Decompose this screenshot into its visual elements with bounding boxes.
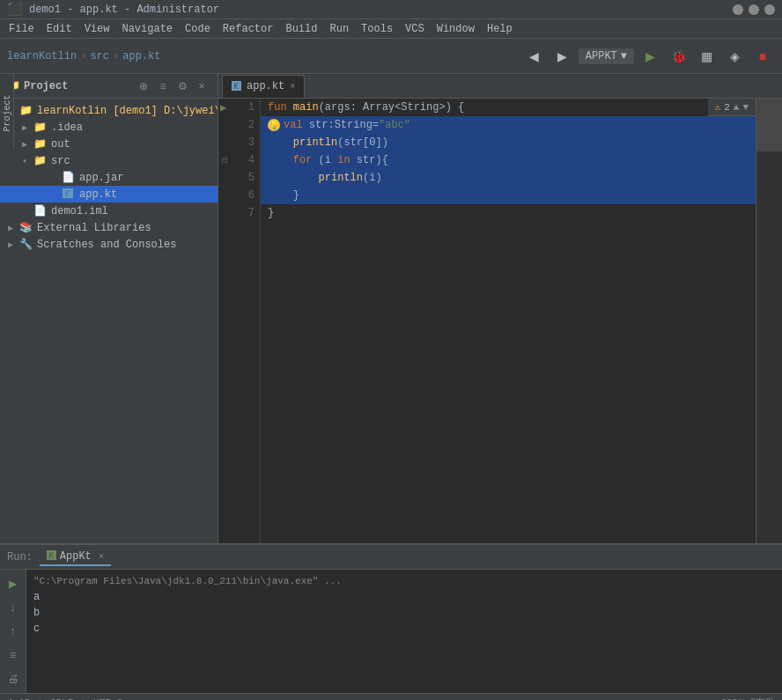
menu-help[interactable]: Help (482, 21, 518, 37)
jar-file-icon: 📄 (60, 171, 76, 184)
menu-window[interactable]: Window (432, 21, 480, 37)
maximize-btn[interactable] (749, 4, 759, 15)
warning-nav-down[interactable]: ▼ (742, 102, 749, 113)
line-num-1: 1 (248, 101, 255, 114)
src-arrow-icon: ▾ (18, 156, 32, 166)
menu-edit[interactable]: Edit (41, 21, 77, 37)
menu-refactor[interactable]: Refactor (218, 21, 279, 37)
sidebar-item-appkt[interactable]: 🅺 app.kt (0, 186, 218, 203)
title-bar-controls[interactable] (733, 4, 775, 15)
minimap-highlight (756, 99, 782, 151)
menu-run[interactable]: Run (324, 21, 354, 37)
menu-navigate[interactable]: Navigate (116, 21, 178, 37)
tab-bar: 🅺 app.kt × (218, 74, 782, 99)
code-area[interactable]: fun main(args: Array<String>) { 💡val str… (261, 99, 756, 543)
close-sidebar-button[interactable]: × (193, 77, 210, 95)
sidebar-item-src[interactable]: ▾ 📁 src (0, 152, 218, 169)
menu-code[interactable]: Code (180, 21, 216, 37)
output-line-cmd: "C:\Program Files\Java\jdk1.8.0_211\bin\… (33, 573, 775, 589)
root-label: learnKotlin [demo1] D:\jywei\learn (37, 105, 218, 117)
sync-button[interactable]: ⊕ (135, 77, 152, 95)
run-panel: Run: 🅺 AppKt × ▶ ↓ ↑ ≡ 🖨 "C:\Program Fil… (0, 543, 782, 693)
run-config-selector[interactable]: APPKT ▼ (579, 48, 634, 64)
breadcrumb-file[interactable]: app.kt (122, 50, 160, 63)
sidebar-item-external-libs[interactable]: ▶ 📚 External Libraries (0, 219, 218, 236)
code-content-3: println(str[0]) (268, 136, 388, 149)
run-tab-appkt[interactable]: 🅺 AppKt × (40, 549, 112, 566)
code-content-4: for (i in str){ (268, 154, 388, 166)
vertical-tab-project[interactable]: Project (1, 77, 13, 148)
code-line-5: println(i) (261, 169, 756, 187)
warning-indicator: ⚠ 2 ▲ ▼ (708, 99, 756, 116)
run-scroll-down-button[interactable]: ↓ (3, 597, 24, 617)
scratches-icon: 🔧 (18, 238, 33, 251)
output-line-b: b (33, 605, 775, 621)
debug-button[interactable]: 🐞 (666, 44, 690, 69)
run-scroll-up-button[interactable]: ↑ (3, 621, 24, 641)
extlibs-label: External Libraries (37, 222, 151, 234)
run-config-label: APPKT (586, 50, 617, 63)
title-bar: ⬛ demo1 - app.kt - Administrator (0, 0, 782, 19)
run-panel-label: Run: (7, 551, 33, 564)
menu-build[interactable]: Build (280, 21, 322, 37)
minimize-btn[interactable] (733, 4, 743, 15)
fold-icon-4[interactable]: ⊟ (222, 155, 227, 166)
back-button[interactable]: ◀ (522, 44, 547, 69)
kt-label: app.kt (79, 188, 117, 201)
code-content-5: println(i) (268, 172, 382, 184)
sidebar-item-idea[interactable]: ▶ 📁 .idea (0, 119, 218, 136)
warning-nav-up[interactable]: ▲ (734, 102, 740, 113)
breadcrumb-src[interactable]: src (90, 50, 109, 63)
line-num-5: 5 (248, 172, 255, 184)
out-arrow-icon: ▶ (18, 139, 32, 150)
tree-root[interactable]: ▾ 📁 learnKotlin [demo1] D:\jywei\learn (0, 102, 218, 119)
menu-vcs[interactable]: VCS (400, 21, 430, 37)
sidebar-item-appjar[interactable]: 📄 app.jar (0, 169, 218, 186)
tab-appkt[interactable]: 🅺 app.kt × (222, 75, 305, 98)
run-play-button[interactable]: ▶ (3, 573, 24, 593)
menu-file[interactable]: File (4, 21, 40, 37)
out-folder-icon: 📁 (32, 137, 48, 151)
menu-view[interactable]: View (79, 21, 115, 37)
breadcrumb: learnKotlin › src › app.kt (7, 50, 160, 63)
status-info: 4:15 (7, 697, 30, 701)
sidebar-actions: ⊕ ≡ ⚙ × (135, 77, 210, 95)
run-gutter-icon[interactable]: ▶ (220, 101, 226, 114)
sidebar-item-iml[interactable]: 📄 demo1.iml (0, 203, 218, 219)
run-tab-icon: 🅺 (47, 550, 56, 562)
line-num-4: 4 (248, 154, 255, 166)
profile-button[interactable]: ◈ (722, 44, 747, 69)
run-tab-close[interactable]: × (99, 551, 105, 562)
run-button[interactable]: ▶ (638, 44, 662, 69)
title-bar-title: demo1 - app.kt - Administrator (29, 4, 219, 16)
scratches-label: Scratches and Consoles (37, 239, 176, 251)
collapse-all-button[interactable]: ≡ (154, 77, 172, 95)
forward-button[interactable]: ▶ (550, 44, 575, 69)
run-wrap-button[interactable]: ≡ (3, 645, 24, 666)
out-label: out (51, 138, 70, 151)
minimap[interactable] (756, 99, 782, 543)
app-logo-icon: ⬛ (7, 2, 22, 17)
stop-button[interactable]: ■ (750, 44, 775, 69)
code-content-6: } (268, 189, 299, 202)
toolbar: learnKotlin › src › app.kt ◀ ▶ APPKT ▼ ▶… (0, 39, 782, 74)
tab-close-button[interactable]: × (290, 82, 295, 92)
status-right: CSDN @友发 (720, 696, 775, 700)
editor[interactable]: ▶ 1 2 3 ⊟ 4 5 (218, 99, 782, 543)
sidebar-item-scratches[interactable]: ▶ 🔧 Scratches and Consoles (0, 236, 218, 253)
gutter-line-6: 6 (218, 187, 260, 204)
run-print-button[interactable]: 🖨 (3, 669, 24, 689)
output-command: "C:\Program Files\Java\jdk1.8.0_211\bin\… (33, 576, 342, 586)
status-bar: 4:15 | CRLF | UTF-8 CSDN @友发 (0, 693, 782, 700)
close-btn[interactable] (764, 4, 775, 15)
output-line-a: a (33, 589, 775, 605)
code-line-1: fun main(args: Array<String>) { (261, 99, 756, 116)
menu-tools[interactable]: Tools (356, 21, 398, 37)
output-c: c (33, 623, 40, 635)
src-folder-icon: 📁 (32, 154, 48, 167)
coverage-button[interactable]: ▦ (694, 44, 719, 69)
options-button[interactable]: ⚙ (173, 77, 191, 95)
editor-container: 🅺 app.kt × ▶ 1 2 3 (218, 74, 782, 543)
breadcrumb-project[interactable]: learnKotlin (7, 50, 77, 63)
sidebar-item-out[interactable]: ▶ 📁 out (0, 136, 218, 152)
